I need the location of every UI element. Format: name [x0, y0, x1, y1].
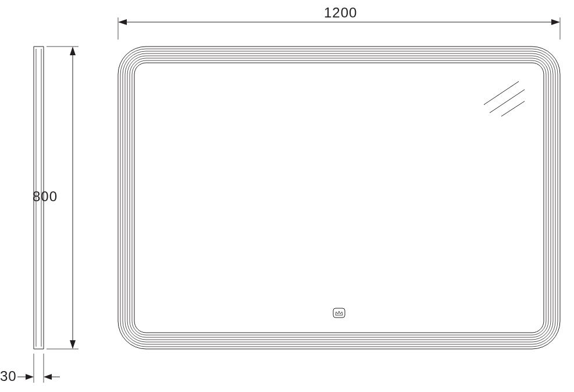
- dimension-width-label: 1200: [324, 5, 357, 20]
- svg-marker-3: [118, 19, 127, 25]
- svg-rect-24: [132, 60, 546, 335]
- dimension-depth: 30: [0, 354, 60, 384]
- dimension-depth-label: 30: [0, 368, 17, 384]
- svg-marker-15: [26, 374, 34, 380]
- svg-marker-4: [551, 19, 560, 25]
- svg-rect-29: [333, 308, 345, 318]
- svg-rect-21: [125, 54, 553, 342]
- svg-marker-8: [70, 47, 76, 55]
- svg-marker-17: [44, 374, 52, 380]
- front-view: [118, 47, 560, 349]
- svg-rect-20: [123, 51, 555, 344]
- svg-rect-23: [130, 58, 548, 337]
- svg-marker-9: [70, 340, 76, 349]
- dimension-height: 800: [33, 47, 79, 349]
- svg-rect-22: [127, 56, 551, 340]
- technical-drawing: 1200 800 30: [0, 0, 574, 392]
- dimension-width: 1200: [118, 5, 560, 40]
- touch-sensor-icon: [333, 308, 345, 318]
- svg-rect-19: [120, 49, 558, 347]
- svg-rect-25: [134, 63, 544, 333]
- reflection-mark-icon: [484, 81, 525, 116]
- svg-line-28: [501, 101, 525, 116]
- svg-line-26: [484, 81, 519, 105]
- svg-line-27: [490, 90, 525, 113]
- svg-rect-18: [118, 47, 560, 349]
- dimension-height-label: 800: [33, 188, 58, 204]
